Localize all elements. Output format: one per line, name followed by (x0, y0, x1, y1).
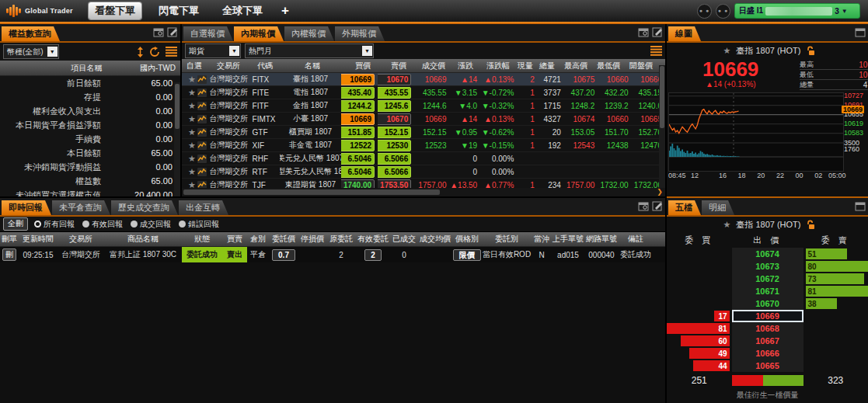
popout-icon[interactable] (855, 201, 866, 211)
depth-tab-0[interactable]: 五檔 (668, 200, 701, 215)
menu-icon[interactable] (650, 46, 662, 56)
tab-chart[interactable]: 線圖 (668, 26, 701, 41)
report-filter-2[interactable]: 成交回報 (131, 219, 171, 230)
depth-row[interactable]: 4410665 (667, 360, 868, 372)
quote-buy-price[interactable]: 6.5046 (341, 153, 375, 165)
orders-tab-1[interactable]: 未平倉查詢 (52, 200, 110, 215)
favorite-star-icon[interactable]: ★ (188, 127, 196, 137)
quote-sell-price[interactable]: 12530 (378, 140, 411, 151)
quote-row[interactable]: ★台灣期交所FIMTX小臺 1807106691067010669▲14▲0.1… (182, 113, 665, 126)
quote-row[interactable]: ★台灣期交所GTF櫃買期 1807151.85152.15152.15▼0.95… (182, 126, 665, 139)
quote-row[interactable]: ★台灣期交所RTF小型美元兌人民幣 18076.50466.506600.00% (182, 165, 665, 179)
popout-icon[interactable] (638, 201, 649, 211)
scroll-right-arrow[interactable]: ❯ (654, 188, 665, 196)
order-row[interactable]: 刪09:25:15台灣期交所富邦上証 1807 30C委託成功賣出平倉0.722… (0, 247, 665, 262)
equity-scrollbar[interactable] (174, 82, 180, 196)
edit-layout-icon[interactable] (167, 27, 178, 37)
depth-row[interactable]: 1067380 (667, 260, 868, 273)
quote-sell-price[interactable]: 1245.6 (378, 100, 411, 112)
orders-tab-0[interactable]: 即時回報 (2, 200, 51, 215)
quotes-hscrollbar[interactable]: ❯ (182, 188, 665, 196)
quote-sell-cell[interactable]: 6.5066 (378, 166, 414, 178)
quote-row[interactable]: ★台灣期交所FITF金指 18071244.21245.61244.6▼4.0▼… (182, 99, 665, 113)
quote-sell-cell[interactable]: 152.15 (378, 127, 414, 138)
depth-row[interactable]: 1067181 (667, 285, 868, 297)
quote-sell-cell[interactable]: 12530 (378, 140, 414, 151)
account-selector[interactable]: 日盛 I1 3 ▼ (734, 3, 860, 19)
quote-sell-price[interactable]: 6.5066 (378, 166, 411, 178)
quotes-scrollbar[interactable] (659, 65, 665, 188)
main-nav-tab-0[interactable]: 看盤下單 (89, 2, 141, 19)
quote-sell-cell[interactable]: 10670 (378, 74, 414, 85)
quotes-tab-1[interactable]: 內期報價 (234, 26, 284, 41)
mini-chart-icon[interactable] (197, 75, 207, 84)
category-select[interactable]: 期貨 ▼ (185, 43, 241, 58)
main-nav-tab-2[interactable]: 全球下單 (216, 2, 269, 19)
quote-buy-price[interactable]: 6.5046 (341, 166, 375, 178)
quote-row[interactable]: ★台灣期交所XIF非金電 1807125221253012523▼19▼-0.1… (182, 139, 665, 152)
favorite-star-icon[interactable]: ★ (188, 167, 196, 177)
quote-sell-price[interactable]: 435.55 (378, 87, 411, 99)
mini-chart-icon[interactable] (197, 102, 207, 110)
popout-icon[interactable] (153, 27, 164, 37)
mini-chart-icon[interactable] (197, 141, 207, 150)
quote-buy-price[interactable]: 151.85 (341, 127, 375, 138)
quote-buy-price[interactable]: 1244.2 (341, 100, 375, 112)
refresh-icon[interactable] (149, 47, 160, 57)
mini-chart-icon[interactable] (197, 89, 207, 97)
unlock-icon[interactable] (805, 220, 815, 230)
quote-buy-cell[interactable]: 435.40 (341, 87, 378, 99)
depth-row[interactable]: 1710669 (667, 310, 868, 322)
orders-tab-3[interactable]: 出金互轉 (179, 200, 228, 215)
main-nav-tab-1[interactable]: 閃電下單 (152, 2, 205, 19)
quotes-tab-3[interactable]: 外期報價 (335, 26, 385, 41)
quote-sell-cell[interactable]: 435.55 (378, 87, 414, 99)
orders-tab-2[interactable]: 歷史成交查詢 (111, 200, 178, 215)
order-delete-button[interactable]: 刪 (2, 248, 16, 261)
favorite-star-icon[interactable]: ★ (188, 75, 196, 85)
quote-sell-price[interactable]: 10670 (378, 113, 411, 125)
depth-row[interactable]: 8110668 (667, 322, 868, 335)
report-filter-1[interactable]: 有效回報 (82, 219, 123, 230)
favorite-star-icon[interactable]: ★ (188, 141, 196, 151)
intraday-chart[interactable]: 1072710691106551061910583106693500176008… (667, 92, 868, 193)
quote-buy-price[interactable]: 10669 (341, 113, 375, 125)
star-icon[interactable]: ★ (723, 46, 730, 56)
quotes-tab-2[interactable]: 內權報價 (284, 26, 334, 41)
report-filter-0[interactable]: 所有回報 (34, 219, 75, 230)
row-height-icon[interactable] (137, 47, 144, 57)
more-options-button-2[interactable]: ● ● (716, 4, 730, 19)
add-workspace-button[interactable]: + (281, 3, 289, 19)
quote-buy-cell[interactable]: 10669 (341, 113, 378, 125)
report-filter-3[interactable]: 錯誤回報 (179, 219, 219, 230)
star-icon[interactable]: ★ (723, 220, 730, 230)
depth-row[interactable]: 4910666 (667, 347, 868, 360)
depth-row[interactable]: 6010667 (667, 335, 868, 347)
quote-buy-cell[interactable]: 12522 (341, 140, 378, 151)
quote-row[interactable]: ★台灣期交所RHF美元兌人民幣 18076.50466.506600.00% (182, 152, 665, 165)
quote-sell-price[interactable]: 10670 (378, 74, 411, 85)
quote-buy-price[interactable]: 435.40 (341, 87, 375, 99)
depth-row[interactable]: 1067451 (667, 248, 868, 260)
popout-icon[interactable] (855, 27, 866, 37)
mini-chart-icon[interactable] (197, 128, 207, 137)
favorite-star-icon[interactable]: ★ (188, 114, 196, 124)
mini-chart-icon[interactable] (197, 115, 207, 123)
quote-row[interactable]: ★台灣期交所FITX臺指 1807106691067010669▲14▲0.13… (182, 73, 665, 86)
mini-chart-icon[interactable] (197, 155, 207, 163)
quote-buy-cell[interactable]: 10669 (341, 74, 378, 85)
quote-sell-cell[interactable]: 6.5066 (378, 153, 414, 165)
edit-layout-icon[interactable] (652, 201, 663, 211)
tab-equity-query[interactable]: 權益數查詢 (2, 26, 60, 41)
quote-sell-price[interactable]: 6.5066 (378, 153, 411, 165)
favorite-star-icon[interactable]: ★ (188, 88, 196, 98)
quote-buy-price[interactable]: 10669 (341, 74, 375, 85)
quote-row[interactable]: ★台灣期交所FITE電指 1807435.40435.55435.55▼3.15… (182, 86, 665, 99)
edit-layout-icon[interactable] (652, 27, 663, 37)
quote-buy-price[interactable]: 12522 (341, 140, 375, 151)
popout-icon[interactable] (638, 27, 649, 37)
quote-buy-cell[interactable]: 151.85 (341, 127, 378, 138)
quote-sell-cell[interactable]: 10670 (378, 113, 414, 125)
more-options-button-1[interactable]: ● ● (697, 4, 712, 19)
favorite-star-icon[interactable]: ★ (188, 101, 196, 111)
